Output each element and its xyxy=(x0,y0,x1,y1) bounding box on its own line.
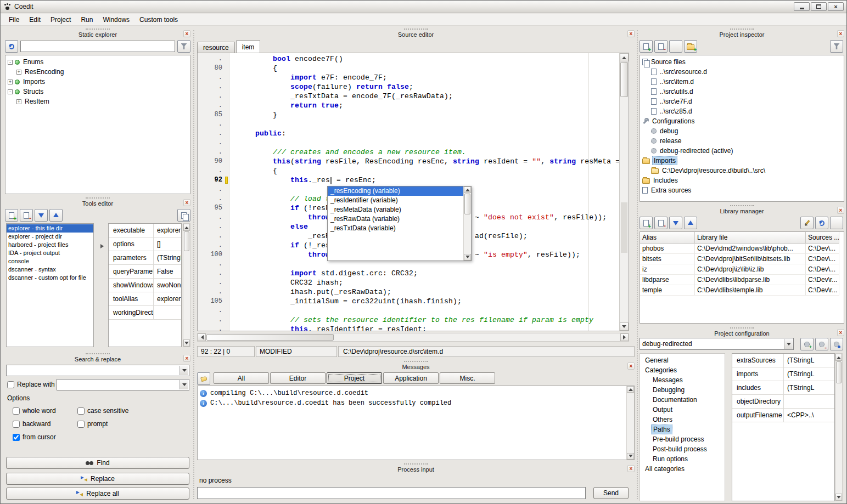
add-page-button[interactable] xyxy=(5,209,18,222)
property-value[interactable]: (TStringL xyxy=(784,354,834,367)
code-line[interactable]: /// creates and encodes a new resource i… xyxy=(230,148,619,157)
category-output[interactable]: Output xyxy=(640,405,725,415)
library-row[interactable]: phobosC:\Dev\dmd2\windows\lib\phob...C:\… xyxy=(640,243,844,254)
category-debugging[interactable]: Debugging xyxy=(640,385,725,395)
replace-all-button[interactable]: Replace all xyxy=(6,488,189,500)
code-line[interactable]: public: xyxy=(230,129,619,138)
static-explorer-header[interactable]: Static explorer × xyxy=(4,28,192,39)
close-panel-icon[interactable]: × xyxy=(837,329,844,336)
find-button[interactable]: Find xyxy=(6,457,189,469)
replace-term-combobox[interactable] xyxy=(57,379,189,390)
code-line[interactable] xyxy=(230,306,619,315)
property-value[interactable]: swoNone xyxy=(154,279,181,292)
minimize-button[interactable] xyxy=(794,2,810,11)
category-paths[interactable]: Paths xyxy=(640,424,725,434)
menu-edit[interactable]: Edit xyxy=(24,14,46,25)
tree-item-debug-redirected-active[interactable]: debug-redirected (active) xyxy=(640,146,844,156)
completion-item[interactable]: _resEncoding (variable) xyxy=(328,186,463,196)
move-up-button[interactable] xyxy=(49,209,63,222)
add-page-button[interactable] xyxy=(640,40,653,53)
category-others[interactable]: Others xyxy=(640,415,725,424)
completion-item[interactable]: _resIdentifier (variable) xyxy=(328,196,463,205)
scrollbar-thumb[interactable] xyxy=(620,62,628,97)
close-panel-icon[interactable]: × xyxy=(627,30,635,37)
project-inspector-header[interactable]: Project inspector × xyxy=(638,28,845,39)
tab-item[interactable]: item xyxy=(236,40,261,53)
symbol-search-input[interactable] xyxy=(20,41,175,52)
move-up-button[interactable] xyxy=(684,217,697,229)
collapse-icon[interactable]: - xyxy=(8,89,13,94)
property-value[interactable]: (TStringL xyxy=(784,381,834,394)
gear-remove-button[interactable] xyxy=(815,338,828,350)
drag-grip[interactable] xyxy=(86,197,110,199)
library-row[interactable]: izC:\Dev\dproj\iz\lib\iz.libC:\Dev\... xyxy=(640,264,844,275)
filter-all-button[interactable]: All xyxy=(214,372,269,384)
property-value[interactable]: <CPP>..\ xyxy=(784,409,834,422)
drag-grip[interactable] xyxy=(730,205,754,206)
tree-item-extra-sources[interactable]: Extra sources xyxy=(640,185,844,195)
replace-button[interactable]: Replace xyxy=(6,473,189,485)
expand-icon[interactable]: + xyxy=(16,70,21,75)
dropdown-button[interactable] xyxy=(180,366,188,375)
code-line[interactable]: // sets the resource identifier to the r… xyxy=(230,315,619,325)
tab-resource[interactable]: resource xyxy=(197,42,235,53)
open-folder-button[interactable] xyxy=(830,217,843,229)
category-run-options[interactable]: Run options xyxy=(640,454,725,464)
tree-item-enums[interactable]: -Enums xyxy=(5,57,190,67)
symbol-tree[interactable]: -Enums+ResEncoding+Imports-Structs+ResIt… xyxy=(5,55,190,194)
message-row[interactable]: compiling C:\...\build\resource.d.coedit xyxy=(198,388,634,398)
code-line[interactable]: { xyxy=(230,166,619,175)
dropdown-button[interactable] xyxy=(180,380,188,389)
tree-item-includes[interactable]: Includes xyxy=(640,175,844,185)
drag-grip[interactable] xyxy=(404,463,428,465)
open-folder-button[interactable] xyxy=(669,40,682,53)
configuration-scrollbar[interactable] xyxy=(835,353,843,501)
option-from-cursor[interactable]: from cursor xyxy=(13,431,77,444)
tool-list-item[interactable]: explorer - project dir xyxy=(7,233,93,241)
category-messages[interactable]: Messages xyxy=(640,375,725,385)
option-prompt[interactable]: prompt xyxy=(77,417,189,431)
drag-grip[interactable] xyxy=(404,361,428,362)
column-splitter[interactable] xyxy=(637,30,638,499)
column-header-library-file[interactable]: Library file xyxy=(695,232,806,243)
menu-file[interactable]: File xyxy=(4,14,24,25)
move-down-button[interactable] xyxy=(669,217,682,229)
tree-item-debug[interactable]: debug xyxy=(640,126,844,136)
tool-list-item[interactable]: IDA - project output xyxy=(7,249,93,257)
close-panel-icon[interactable]: × xyxy=(627,363,635,370)
category-pre-build-process[interactable]: Pre-build process xyxy=(640,434,725,444)
process-input-field[interactable] xyxy=(197,487,586,499)
replace-with-checkbox[interactable] xyxy=(7,381,14,388)
column-header-alias[interactable]: Alias xyxy=(640,232,695,243)
close-panel-icon[interactable]: × xyxy=(183,199,190,206)
code-line[interactable]: this._res = resEnc; xyxy=(230,175,619,185)
editor-horizontal-scrollbar[interactable] xyxy=(197,333,629,342)
remove-page-button[interactable] xyxy=(654,40,667,53)
completion-item[interactable]: _resRawData (variable) xyxy=(328,214,463,224)
scrollbar-thumb[interactable] xyxy=(464,194,470,214)
tool-list-item[interactable]: explorer - this file dir xyxy=(7,224,93,233)
code-line[interactable]: _resTxtData = encode_7F(_resRawData); xyxy=(230,92,619,101)
close-panel-icon[interactable]: × xyxy=(627,465,635,472)
library-row[interactable]: templeC:\Dev\dlibs\temple.libC:\Dev\r... xyxy=(640,285,844,296)
menu-custom-tools[interactable]: Custom tools xyxy=(134,14,183,25)
library-row[interactable]: bitsetsC:\Dev\dproj\bitSet\lib\bitsets.l… xyxy=(640,254,844,264)
category-post-build-process[interactable]: Post-build process xyxy=(640,444,725,454)
prompt-checkbox[interactable] xyxy=(77,421,85,428)
tree-item-resencoding[interactable]: +ResEncoding xyxy=(5,67,190,77)
property-value[interactable]: (TStringL xyxy=(154,251,181,264)
remove-page-button[interactable] xyxy=(654,217,667,229)
column-header-sources[interactable]: Sources ... xyxy=(806,232,839,243)
property-value[interactable]: explorer xyxy=(154,224,181,237)
backward-checkbox[interactable] xyxy=(13,421,20,428)
code-line[interactable]: this._resIdentifier = resIdent; xyxy=(230,325,619,331)
property-value[interactable]: (TStringL xyxy=(784,367,834,381)
source-editor-header[interactable]: Source editor × xyxy=(196,28,636,39)
project-tree[interactable]: Source files..\src\resource.d..\src\item… xyxy=(640,55,844,202)
process-input-header[interactable]: Process input × xyxy=(196,463,636,474)
code-line[interactable]: bool encodee7F() xyxy=(230,54,619,64)
tree-item-imports[interactable]: Imports xyxy=(640,156,844,166)
drag-grip[interactable] xyxy=(86,353,110,354)
filter-project-button[interactable]: Project xyxy=(327,372,382,384)
completion-item[interactable]: _resMetaData (variable) xyxy=(328,205,463,214)
